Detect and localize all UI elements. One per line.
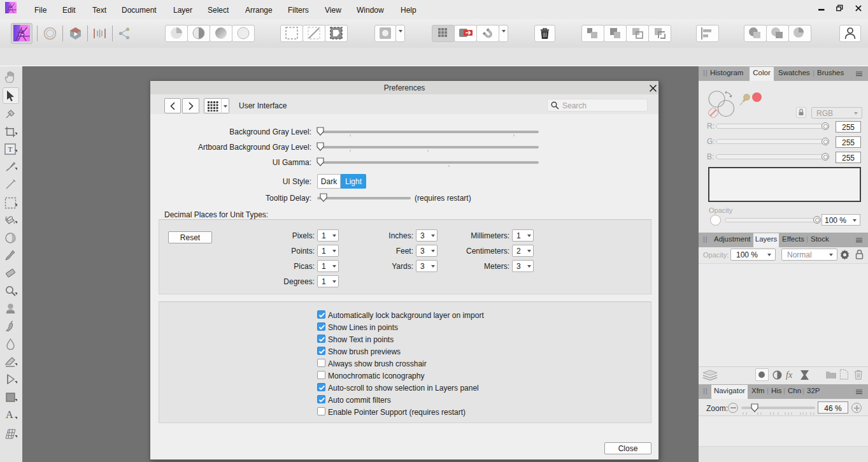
svg-text:T: T	[8, 145, 13, 153]
